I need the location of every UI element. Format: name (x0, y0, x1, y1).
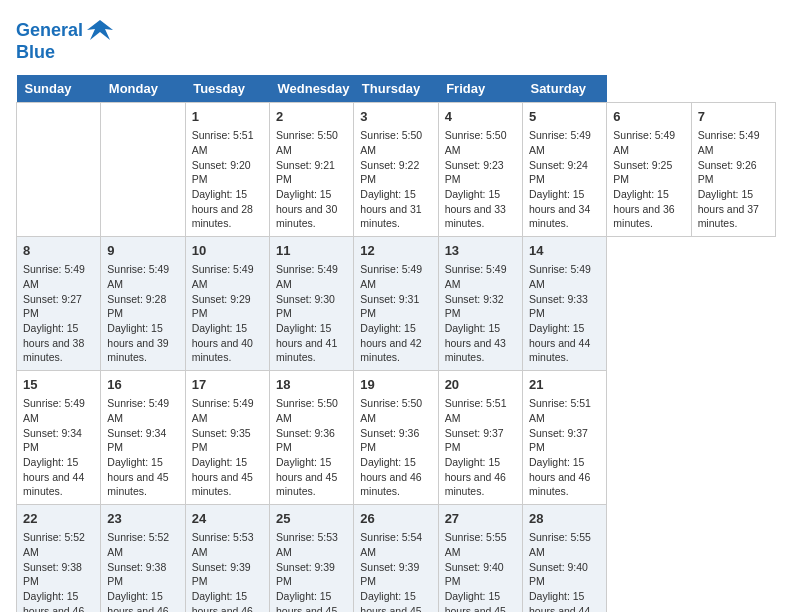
calendar-cell: 11Sunrise: 5:49 AMSunset: 9:30 PMDayligh… (269, 237, 353, 371)
calendar-cell: 21Sunrise: 5:51 AMSunset: 9:37 PMDayligh… (522, 371, 606, 505)
calendar-cell: 20Sunrise: 5:51 AMSunset: 9:37 PMDayligh… (438, 371, 522, 505)
calendar-cell: 4Sunrise: 5:50 AMSunset: 9:23 PMDaylight… (438, 103, 522, 237)
sunset-text: Sunset: 9:36 PM (360, 427, 419, 454)
daylight-text: Daylight: 15 hours and 46 minutes. (529, 456, 590, 497)
daylight-text: Daylight: 15 hours and 45 minutes. (107, 456, 168, 497)
calendar-cell: 9Sunrise: 5:49 AMSunset: 9:28 PMDaylight… (101, 237, 185, 371)
sunset-text: Sunset: 9:22 PM (360, 159, 419, 186)
week-row-4: 22Sunrise: 5:52 AMSunset: 9:38 PMDayligh… (17, 505, 776, 613)
calendar-cell: 1Sunrise: 5:51 AMSunset: 9:20 PMDaylight… (185, 103, 269, 237)
day-number: 13 (445, 242, 516, 260)
sunrise-text: Sunrise: 5:55 AM (529, 531, 591, 558)
calendar-cell: 16Sunrise: 5:49 AMSunset: 9:34 PMDayligh… (101, 371, 185, 505)
sunset-text: Sunset: 9:38 PM (107, 561, 166, 588)
day-number: 24 (192, 510, 263, 528)
day-number: 25 (276, 510, 347, 528)
sunset-text: Sunset: 9:37 PM (445, 427, 504, 454)
sunset-text: Sunset: 9:30 PM (276, 293, 335, 320)
sunset-text: Sunset: 9:20 PM (192, 159, 251, 186)
sunrise-text: Sunrise: 5:49 AM (613, 129, 675, 156)
sunrise-text: Sunrise: 5:49 AM (23, 397, 85, 424)
daylight-text: Daylight: 15 hours and 40 minutes. (192, 322, 253, 363)
daylight-text: Daylight: 15 hours and 36 minutes. (613, 188, 674, 229)
day-number: 26 (360, 510, 431, 528)
calendar-cell: 28Sunrise: 5:55 AMSunset: 9:40 PMDayligh… (522, 505, 606, 613)
column-header-monday: Monday (101, 75, 185, 103)
sunrise-text: Sunrise: 5:49 AM (192, 397, 254, 424)
day-number: 15 (23, 376, 94, 394)
sunset-text: Sunset: 9:28 PM (107, 293, 166, 320)
daylight-text: Daylight: 15 hours and 42 minutes. (360, 322, 421, 363)
sunset-text: Sunset: 9:39 PM (360, 561, 419, 588)
sunrise-text: Sunrise: 5:49 AM (698, 129, 760, 156)
sunrise-text: Sunrise: 5:49 AM (107, 263, 169, 290)
calendar-cell (101, 103, 185, 237)
sunrise-text: Sunrise: 5:52 AM (107, 531, 169, 558)
page-header: General Blue (16, 16, 776, 63)
week-row-2: 8Sunrise: 5:49 AMSunset: 9:27 PMDaylight… (17, 237, 776, 371)
calendar-cell: 2Sunrise: 5:50 AMSunset: 9:21 PMDaylight… (269, 103, 353, 237)
column-header-thursday: Thursday (354, 75, 438, 103)
day-number: 10 (192, 242, 263, 260)
daylight-text: Daylight: 15 hours and 46 minutes. (23, 590, 84, 612)
calendar-cell: 15Sunrise: 5:49 AMSunset: 9:34 PMDayligh… (17, 371, 101, 505)
daylight-text: Daylight: 15 hours and 30 minutes. (276, 188, 337, 229)
day-number: 7 (698, 108, 769, 126)
bird-icon (85, 16, 115, 46)
daylight-text: Daylight: 15 hours and 37 minutes. (698, 188, 759, 229)
day-number: 4 (445, 108, 516, 126)
daylight-text: Daylight: 15 hours and 34 minutes. (529, 188, 590, 229)
calendar-cell: 17Sunrise: 5:49 AMSunset: 9:35 PMDayligh… (185, 371, 269, 505)
day-number: 12 (360, 242, 431, 260)
sunset-text: Sunset: 9:40 PM (529, 561, 588, 588)
calendar-cell (17, 103, 101, 237)
day-number: 5 (529, 108, 600, 126)
day-number: 2 (276, 108, 347, 126)
daylight-text: Daylight: 15 hours and 28 minutes. (192, 188, 253, 229)
daylight-text: Daylight: 15 hours and 46 minutes. (360, 456, 421, 497)
sunrise-text: Sunrise: 5:50 AM (276, 129, 338, 156)
sunrise-text: Sunrise: 5:54 AM (360, 531, 422, 558)
day-number: 6 (613, 108, 684, 126)
daylight-text: Daylight: 15 hours and 44 minutes. (529, 322, 590, 363)
calendar-cell: 24Sunrise: 5:53 AMSunset: 9:39 PMDayligh… (185, 505, 269, 613)
daylight-text: Daylight: 15 hours and 44 minutes. (23, 456, 84, 497)
calendar-table: SundayMondayTuesdayWednesdayThursdayFrid… (16, 75, 776, 612)
sunset-text: Sunset: 9:24 PM (529, 159, 588, 186)
calendar-cell: 19Sunrise: 5:50 AMSunset: 9:36 PMDayligh… (354, 371, 438, 505)
sunrise-text: Sunrise: 5:49 AM (23, 263, 85, 290)
column-header-saturday: Saturday (522, 75, 606, 103)
day-number: 17 (192, 376, 263, 394)
column-header-wednesday: Wednesday (269, 75, 353, 103)
sunset-text: Sunset: 9:29 PM (192, 293, 251, 320)
logo-blue: Blue (16, 42, 55, 63)
sunset-text: Sunset: 9:40 PM (445, 561, 504, 588)
day-number: 27 (445, 510, 516, 528)
sunset-text: Sunset: 9:36 PM (276, 427, 335, 454)
daylight-text: Daylight: 15 hours and 45 minutes. (276, 590, 337, 612)
day-number: 23 (107, 510, 178, 528)
week-row-3: 15Sunrise: 5:49 AMSunset: 9:34 PMDayligh… (17, 371, 776, 505)
week-row-1: 1Sunrise: 5:51 AMSunset: 9:20 PMDaylight… (17, 103, 776, 237)
sunrise-text: Sunrise: 5:55 AM (445, 531, 507, 558)
calendar-cell: 5Sunrise: 5:49 AMSunset: 9:24 PMDaylight… (522, 103, 606, 237)
calendar-cell: 12Sunrise: 5:49 AMSunset: 9:31 PMDayligh… (354, 237, 438, 371)
sunrise-text: Sunrise: 5:50 AM (360, 129, 422, 156)
sunset-text: Sunset: 9:31 PM (360, 293, 419, 320)
day-number: 20 (445, 376, 516, 394)
calendar-cell: 18Sunrise: 5:50 AMSunset: 9:36 PMDayligh… (269, 371, 353, 505)
calendar-cell: 7Sunrise: 5:49 AMSunset: 9:26 PMDaylight… (691, 103, 775, 237)
daylight-text: Daylight: 15 hours and 45 minutes. (276, 456, 337, 497)
sunset-text: Sunset: 9:34 PM (23, 427, 82, 454)
sunrise-text: Sunrise: 5:50 AM (360, 397, 422, 424)
sunrise-text: Sunrise: 5:51 AM (192, 129, 254, 156)
day-number: 8 (23, 242, 94, 260)
sunrise-text: Sunrise: 5:50 AM (276, 397, 338, 424)
sunset-text: Sunset: 9:25 PM (613, 159, 672, 186)
sunrise-text: Sunrise: 5:53 AM (192, 531, 254, 558)
sunset-text: Sunset: 9:34 PM (107, 427, 166, 454)
header-row: SundayMondayTuesdayWednesdayThursdayFrid… (17, 75, 776, 103)
sunset-text: Sunset: 9:38 PM (23, 561, 82, 588)
daylight-text: Daylight: 15 hours and 39 minutes. (107, 322, 168, 363)
column-header-sunday: Sunday (17, 75, 101, 103)
